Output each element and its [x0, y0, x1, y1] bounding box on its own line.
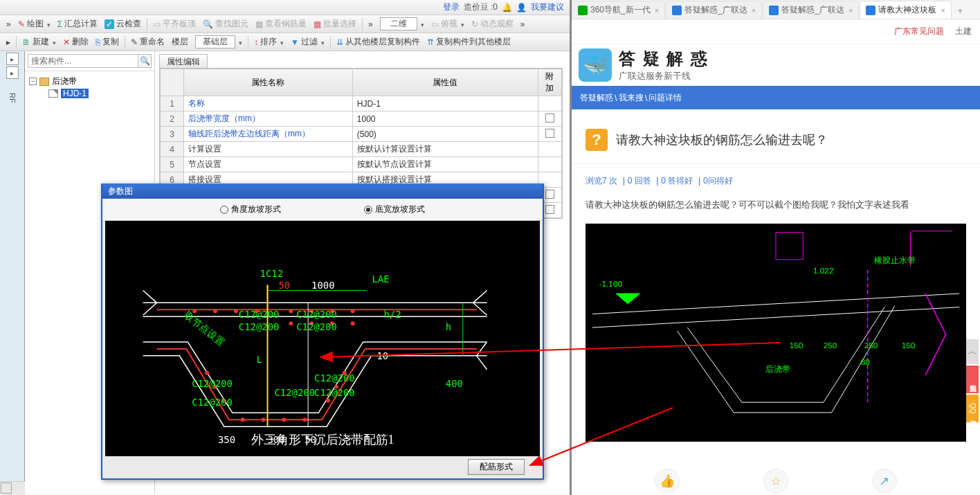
attr-value[interactable]: (500): [352, 127, 538, 142]
filter-button[interactable]: ▼过滤: [287, 35, 328, 49]
svg-text:1C12: 1C12: [260, 268, 284, 279]
fav-button[interactable]: ☆: [763, 469, 788, 494]
follow-button[interactable]: 关注我们: [966, 366, 979, 393]
sumcalc-button[interactable]: Σ汇总计算: [54, 17, 101, 31]
close-icon[interactable]: ×: [941, 6, 945, 15]
attr-checkbox[interactable]: [538, 142, 561, 157]
svg-point-13: [351, 321, 355, 325]
meta-good: 0 答得好: [661, 176, 693, 186]
tree-root-node[interactable]: − 后浇带: [29, 74, 150, 89]
more-icon[interactable]: »: [365, 18, 376, 30]
copyto-button[interactable]: ⇈复制构件到其他楼层: [424, 35, 514, 49]
guangdong-link[interactable]: 广东常见问题: [894, 26, 944, 37]
align-button: ▭平齐板顶: [149, 17, 199, 31]
rename-button[interactable]: ✎重命名: [127, 35, 168, 49]
tree-toggle-icon[interactable]: −: [29, 78, 37, 85]
tab[interactable]: 答疑解惑_广联达×: [666, 1, 762, 19]
close-icon[interactable]: ×: [655, 6, 659, 15]
qq-button[interactable]: QQ咨询: [966, 395, 979, 422]
status-icon[interactable]: [1, 483, 12, 494]
expand-icon[interactable]: »: [3, 18, 15, 30]
float-buttons: ︿ 关注我们 QQ咨询: [966, 339, 979, 424]
dynview-button[interactable]: ↻动态观察: [468, 17, 517, 31]
svg-text:C12@200: C12@200: [296, 321, 337, 332]
batchsel-button[interactable]: ▦批量选择: [310, 17, 360, 31]
scroll-top-button[interactable]: ︿: [966, 339, 979, 364]
brand-title: 答 疑 解 惑: [619, 48, 709, 70]
browser-tabs: 360导航_新一代×答疑解惑_广联达×答疑解惑_广联达×请教大神这块板×+: [572, 0, 980, 19]
svg-point-22: [282, 417, 286, 422]
question-mark-icon: ?: [586, 129, 608, 151]
tab[interactable]: 答疑解惑_广联达×: [763, 1, 859, 19]
tab-add-button[interactable]: +: [952, 3, 968, 19]
topview-button[interactable]: ▭俯视: [428, 17, 468, 31]
tab-active[interactable]: 请教大神这块板×: [860, 1, 951, 19]
findelem-button[interactable]: 🔍查找图元: [199, 17, 252, 31]
attr-checkbox[interactable]: [538, 127, 561, 142]
table-row[interactable]: 3轴线距后浇带左边线距离（mm）(500): [161, 127, 562, 142]
tree-child-node[interactable]: HJD-1: [29, 89, 150, 98]
strip-btn-1[interactable]: ▸: [6, 53, 19, 65]
like-button[interactable]: 👍: [655, 469, 680, 494]
attr-checkbox[interactable]: [538, 96, 561, 111]
attr-name: 后浇带宽度（mm）: [184, 111, 353, 127]
attr-value[interactable]: 按默认节点设置计算: [352, 157, 538, 172]
delete-button[interactable]: ✕删除: [60, 35, 92, 49]
svg-text:400: 400: [446, 378, 463, 389]
nav-a[interactable]: 答疑解惑: [580, 92, 613, 104]
svg-text:C12@200: C12@200: [192, 397, 233, 408]
svg-text:C12@200: C12@200: [274, 387, 315, 398]
vert-label: RF: [8, 93, 17, 103]
strip-btn-2[interactable]: ▸: [6, 66, 19, 79]
user-icon[interactable]: 👤: [516, 3, 527, 12]
search-input[interactable]: [28, 54, 138, 68]
attr-name: 名称: [184, 96, 353, 111]
table-row[interactable]: 2后浇带宽度（mm）1000: [161, 111, 562, 127]
folder-icon: [39, 78, 49, 86]
viewrebar-button[interactable]: ▦查看钢筋量: [252, 17, 310, 31]
copy-button[interactable]: ⎘复制: [92, 35, 122, 49]
attr-value[interactable]: 按默认计算设置计算: [352, 142, 538, 157]
svg-text:150: 150: [902, 340, 916, 349]
table-row[interactable]: 5节点设置按默认节点设置计算: [161, 157, 562, 172]
tab-label: 请教大神这块板: [878, 4, 936, 16]
bell-icon[interactable]: 🔔: [502, 3, 512, 12]
close-icon[interactable]: ×: [752, 6, 756, 15]
svg-point-21: [262, 417, 266, 422]
radio-width[interactable]: 底宽放坡形式: [364, 204, 425, 215]
left-strip: ▸ ▸ RF: [0, 51, 25, 494]
new-button[interactable]: 🗎新建: [19, 35, 60, 49]
attr-value[interactable]: HJD-1: [352, 96, 538, 111]
attr-checkbox[interactable]: [538, 111, 561, 127]
attr-name: 计算设置: [184, 142, 353, 157]
nav-b[interactable]: 我来搜: [619, 92, 644, 104]
share-button[interactable]: ↗: [872, 469, 897, 494]
draw-button[interactable]: ✎绘图: [15, 17, 54, 31]
more2-icon[interactable]: »: [517, 18, 529, 30]
suggest-link[interactable]: 我要建议: [531, 1, 564, 13]
favicon: [866, 6, 875, 15]
sort-button[interactable]: ↕排序: [251, 35, 287, 49]
login-link[interactable]: 登录: [443, 1, 460, 13]
table-row[interactable]: 1名称HJD-1: [161, 96, 562, 111]
tab[interactable]: 360导航_新一代×: [572, 1, 665, 19]
attr-value[interactable]: 1000: [352, 111, 538, 127]
rebar-shape-button[interactable]: 配筋形式: [468, 459, 525, 475]
table-row[interactable]: 4计算设置按默认计算设置计算: [161, 142, 562, 157]
attr-checkbox[interactable]: [538, 157, 561, 172]
collapse-icon[interactable]: ▸: [3, 36, 14, 48]
svg-point-9: [351, 309, 355, 313]
svg-point-4: [234, 309, 238, 313]
copyfrom-button[interactable]: ⇊从其他楼层复制构件: [333, 35, 424, 49]
radio-angle[interactable]: 角度放坡形式: [220, 204, 281, 215]
search-button[interactable]: 🔍: [138, 54, 152, 68]
baselayer-select[interactable]: 基础层: [192, 34, 246, 50]
cloudcheck-button[interactable]: ✓云检查: [101, 17, 145, 31]
dim-select[interactable]: 二维: [376, 16, 428, 32]
tujian-link[interactable]: 土建: [955, 26, 972, 37]
svg-text:50: 50: [278, 280, 290, 291]
nav-c[interactable]: 问题详情: [648, 92, 682, 104]
header-rownum: [161, 69, 184, 96]
attribute-tab[interactable]: 属性编辑: [159, 54, 208, 69]
close-icon[interactable]: ×: [849, 6, 853, 15]
